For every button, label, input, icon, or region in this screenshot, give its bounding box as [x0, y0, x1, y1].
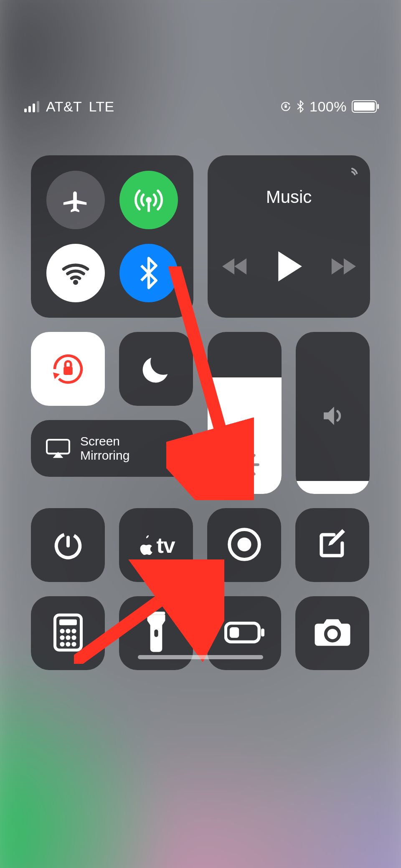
orientation-lock-status-icon — [280, 101, 291, 112]
cellular-signal-icon — [24, 101, 39, 112]
svg-rect-22 — [154, 629, 158, 637]
moon-icon — [139, 352, 173, 386]
svg-rect-12 — [59, 619, 77, 625]
svg-point-16 — [60, 635, 64, 640]
svg-rect-26 — [229, 627, 239, 638]
statusbar: AT&T LTE 100% — [0, 94, 401, 119]
volume-slider[interactable] — [296, 332, 370, 494]
wifi-icon — [60, 257, 91, 289]
camera-button[interactable] — [295, 596, 369, 670]
calculator-icon — [53, 613, 83, 653]
screen-mirroring-button[interactable]: Screen Mirroring — [31, 420, 193, 477]
airplane-mode-toggle[interactable] — [46, 171, 105, 229]
battery-outline-icon — [224, 621, 264, 645]
apple-tv-remote-button[interactable]: tv — [119, 508, 193, 582]
screen-mirroring-label: Screen Mirroring — [80, 434, 129, 463]
svg-point-10 — [237, 537, 251, 551]
svg-rect-25 — [261, 628, 264, 636]
svg-point-19 — [60, 642, 64, 646]
apple-tv-icon: tv — [137, 533, 175, 558]
orientation-lock-toggle[interactable] — [31, 332, 105, 406]
camera-icon — [313, 617, 352, 650]
screen-mirroring-icon — [46, 438, 70, 459]
svg-rect-3 — [147, 200, 150, 212]
timer-button[interactable] — [31, 508, 105, 582]
svg-point-7 — [239, 459, 250, 470]
battery-pct-label: 100% — [310, 99, 347, 115]
control-center: AT&T LTE 100% — [0, 0, 401, 868]
bluetooth-icon — [138, 257, 160, 289]
airplay-audio-icon — [341, 165, 360, 185]
music-platter[interactable]: Music — [208, 155, 370, 318]
svg-rect-1 — [284, 106, 287, 108]
carrier-label: AT&T — [46, 99, 82, 115]
svg-point-15 — [71, 628, 76, 633]
airplane-icon — [61, 185, 90, 215]
connectivity-platter[interactable] — [31, 155, 193, 318]
svg-point-20 — [66, 642, 70, 646]
svg-rect-23 — [147, 612, 165, 615]
network-type-label: LTE — [89, 99, 114, 115]
screen-record-button[interactable] — [207, 508, 281, 582]
notes-button[interactable] — [295, 508, 369, 582]
flashlight-icon — [144, 612, 168, 655]
antenna-icon — [133, 184, 165, 216]
statusbar-right: 100% — [280, 99, 377, 115]
fast-forward-button[interactable] — [330, 256, 356, 277]
svg-point-18 — [71, 635, 76, 640]
svg-rect-5 — [63, 367, 73, 375]
svg-point-4 — [73, 280, 78, 285]
control-center-grid: Music — [31, 155, 370, 670]
now-playing-title: Music — [208, 187, 370, 207]
bluetooth-toggle[interactable] — [119, 244, 178, 302]
statusbar-left: AT&T LTE — [24, 99, 114, 115]
record-icon — [226, 526, 262, 564]
svg-point-17 — [66, 635, 70, 640]
svg-point-21 — [71, 642, 76, 646]
bluetooth-status-icon — [296, 100, 305, 113]
play-button[interactable] — [276, 251, 302, 281]
wifi-toggle[interactable] — [46, 244, 105, 302]
rewind-button[interactable] — [222, 256, 248, 277]
svg-point-13 — [60, 628, 64, 633]
compose-note-icon — [316, 528, 349, 563]
brightness-slider[interactable] — [208, 332, 282, 494]
do-not-disturb-toggle[interactable] — [119, 332, 193, 406]
volume-fill — [296, 481, 370, 494]
svg-point-14 — [66, 628, 70, 633]
battery-icon — [352, 100, 377, 113]
cellular-data-toggle[interactable] — [119, 171, 178, 229]
timer-icon — [51, 528, 85, 563]
home-indicator[interactable] — [138, 655, 263, 659]
orientation-lock-icon — [48, 349, 88, 389]
volume-icon — [319, 402, 347, 431]
calculator-button[interactable] — [31, 596, 105, 670]
svg-rect-6 — [47, 440, 69, 453]
brightness-icon — [229, 449, 261, 482]
